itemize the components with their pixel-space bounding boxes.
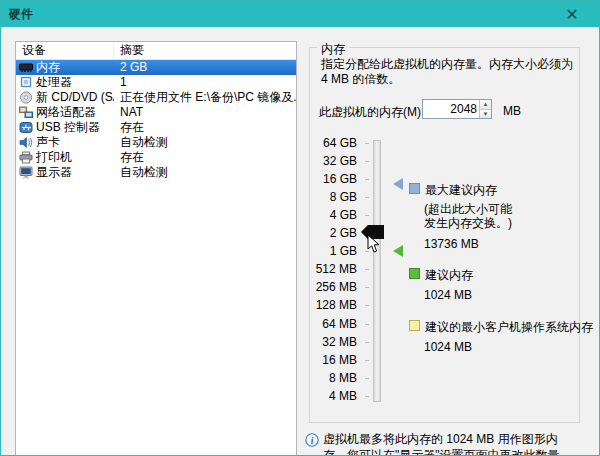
device-row-printer[interactable]: 打印机存在 <box>16 150 296 165</box>
minimum-memory-label: 建议的最小客户机操作系统内存 <box>425 319 593 336</box>
column-header-summary[interactable]: 摘要 <box>114 42 144 59</box>
scale-tick <box>365 396 369 397</box>
scale-tick <box>365 360 369 361</box>
scale-tick <box>365 342 369 343</box>
device-row-cd-dvd[interactable]: 新 CD/DVD (SA...正在使用文件 E:\备份\PC 镜像及... <box>16 90 296 105</box>
cd-dvd-icon <box>19 91 33 104</box>
max-memory-marker-icon <box>393 178 403 190</box>
device-row-memory[interactable]: 内存2 GB <box>16 60 296 75</box>
max-memory-note: (超出此大小可能发生内存交换。) <box>424 202 520 230</box>
usb-icon <box>19 121 33 134</box>
device-name: 显示器 <box>36 165 114 180</box>
device-row-usb[interactable]: USB 控制器存在 <box>16 120 296 135</box>
device-summary: 2 GB <box>114 60 296 75</box>
max-memory-value: 13736 MB <box>424 237 479 251</box>
max-memory-legend-icon <box>409 183 420 194</box>
device-name: USB 控制器 <box>36 120 114 135</box>
device-row-network[interactable]: 网络适配器NAT <box>16 105 296 120</box>
scale-label: 32 GB <box>295 155 357 168</box>
memory-group-label: 内存 <box>317 41 349 58</box>
device-name: 声卡 <box>36 135 114 150</box>
scale-label: 4 GB <box>295 209 357 222</box>
network-icon <box>19 106 33 119</box>
scale-label: 512 MB <box>295 263 357 276</box>
column-header-device[interactable]: 设备 <box>16 42 114 59</box>
scale-label: 8 MB <box>295 372 357 385</box>
hardware-dialog: 硬件 ✕ 设备 摘要 内存2 GB处理器1新 CD/DVD (SA...正在使用… <box>0 0 600 456</box>
scale-tick <box>365 324 369 325</box>
info-icon: i <box>305 433 319 447</box>
memory-spinner-label: 此虚拟机的内存(M): <box>319 104 424 121</box>
scale-tick <box>365 269 369 270</box>
recommended-memory-marker-icon <box>393 245 403 257</box>
scale-tick <box>365 305 369 306</box>
scale-tick <box>365 197 369 198</box>
scale-label: 256 MB <box>295 281 357 294</box>
device-summary: 自动检测 <box>114 165 296 180</box>
spinner-down-icon[interactable]: ▼ <box>480 110 491 119</box>
scale-label: 4 MB <box>295 390 357 403</box>
scale-tick <box>365 179 369 180</box>
scale-tick <box>365 287 369 288</box>
graphics-memory-info-text: 虚拟机最多将此内存的 1024 MB 用作图形内存。您可以在"显示器"设置页面中… <box>323 431 581 456</box>
device-summary: 1 <box>114 75 296 90</box>
scale-label: 16 GB <box>295 173 357 186</box>
scale-label: 64 MB <box>295 318 357 331</box>
device-summary: NAT <box>114 105 296 120</box>
device-summary: 正在使用文件 E:\备份\PC 镜像及... <box>114 90 296 105</box>
recommended-memory-legend-icon <box>409 268 420 279</box>
max-memory-label: 最大建议内存 <box>425 182 497 199</box>
memory-unit-label: MB <box>503 104 521 118</box>
memory-icon <box>19 61 33 74</box>
memory-slider-track[interactable] <box>373 140 381 402</box>
device-summary: 存在 <box>114 150 296 165</box>
scale-label: 128 MB <box>295 299 357 312</box>
device-row-sound[interactable]: 声卡自动检测 <box>16 135 296 150</box>
scale-label: 16 MB <box>295 354 357 367</box>
spinner-up-icon[interactable]: ▲ <box>480 100 491 110</box>
scale-label: 32 MB <box>295 336 357 349</box>
scale-label: 8 GB <box>295 191 357 204</box>
device-name: 新 CD/DVD (SA... <box>36 90 114 105</box>
scale-label: 1 GB <box>295 245 357 258</box>
display-icon <box>19 166 33 179</box>
recommended-memory-value: 1024 MB <box>424 288 472 302</box>
scale-tick <box>365 143 369 144</box>
device-list-header: 设备 摘要 <box>16 42 296 60</box>
memory-size-spinner: ▲ ▼ <box>422 99 492 119</box>
memory-description: 指定分配给此虚拟机的内存量。内存大小必须为 4 MB 的倍数。 <box>321 57 575 87</box>
device-list: 设备 摘要 内存2 GB处理器1新 CD/DVD (SA...正在使用文件 E:… <box>15 41 297 456</box>
device-row-display[interactable]: 显示器自动检测 <box>16 165 296 180</box>
recommended-memory-label: 建议内存 <box>425 267 473 284</box>
device-summary: 存在 <box>114 120 296 135</box>
dialog-title: 硬件 <box>9 6 33 23</box>
printer-icon <box>19 151 33 164</box>
scale-tick <box>365 215 369 216</box>
device-name: 打印机 <box>36 150 114 165</box>
mouse-cursor-icon <box>367 234 381 254</box>
device-summary: 自动检测 <box>114 135 296 150</box>
device-name: 处理器 <box>36 75 114 90</box>
device-name: 内存 <box>36 60 114 75</box>
title-bar: 硬件 <box>1 1 599 27</box>
minimum-memory-value: 1024 MB <box>424 340 472 354</box>
device-name: 网络适配器 <box>36 105 114 120</box>
memory-size-input[interactable] <box>423 100 479 118</box>
processor-icon <box>19 76 33 89</box>
close-icon[interactable]: ✕ <box>555 1 589 27</box>
svg-text:i: i <box>311 436 314 446</box>
device-row-processor[interactable]: 处理器1 <box>16 75 296 90</box>
scale-label: 64 GB <box>295 137 357 150</box>
scale-tick <box>365 161 369 162</box>
scale-tick <box>365 378 369 379</box>
minimum-memory-legend-icon <box>409 320 420 331</box>
scale-label: 2 GB <box>295 227 357 240</box>
sound-icon <box>19 136 33 149</box>
